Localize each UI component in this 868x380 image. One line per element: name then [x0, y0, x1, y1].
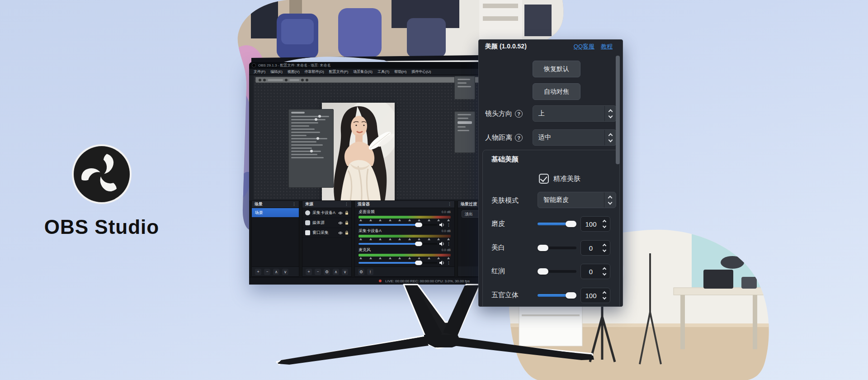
camera-direction-label: 镜头方向 ? — [485, 109, 523, 118]
facial-3d-slider[interactable] — [538, 294, 576, 297]
menu-edit[interactable]: 编辑(E) — [270, 69, 283, 74]
eye-icon[interactable] — [338, 221, 343, 225]
source-add-button[interactable]: ＋ — [306, 269, 312, 275]
source-item-window-capture[interactable]: 窗口采集 — [302, 228, 351, 238]
channel-more-icon[interactable]: ⋮ — [447, 242, 451, 246]
qq-support-link[interactable]: QQ客服 — [574, 43, 594, 51]
scene-remove-button[interactable]: － — [264, 269, 270, 275]
select-chevrons-icon[interactable] — [604, 130, 616, 145]
select-chevrons-icon[interactable] — [604, 192, 616, 208]
source-remove-button[interactable]: － — [315, 269, 321, 275]
person-distance-select[interactable]: 适中 — [533, 129, 617, 146]
autofocus-button[interactable]: 自动对焦 — [533, 83, 580, 100]
eye-icon[interactable] — [338, 211, 343, 215]
tutorial-link[interactable]: 教程 — [601, 43, 613, 51]
scenes-dock-menu-icon[interactable]: ⋮ — [292, 202, 296, 206]
captured-palette-bottom — [454, 111, 475, 153]
source-down-button[interactable]: ∨ — [342, 269, 348, 275]
beauty-panel-scrollbar[interactable] — [616, 56, 620, 164]
scenes-toolbar: ＋ － ∧ ∨ — [252, 266, 299, 276]
obs-logo-icon — [70, 142, 133, 206]
obs-logo-block: OBS Studio — [27, 142, 176, 238]
precise-skin-row[interactable]: 精准美肤 — [539, 174, 580, 184]
help-icon[interactable]: ? — [515, 110, 523, 118]
select-chevrons-icon[interactable] — [604, 106, 616, 121]
scene-down-button[interactable]: ∨ — [282, 269, 288, 275]
whitening-value: 0 — [581, 244, 601, 252]
channel-more-icon[interactable]: ⋮ — [447, 261, 451, 265]
facial-3d-label: 五官立体 — [491, 291, 519, 299]
speaker-icon[interactable] — [439, 223, 444, 227]
source-item-label: 媒体源 — [312, 220, 336, 226]
smoothing-value: 100 — [581, 220, 601, 228]
stepper-arrows-icon[interactable] — [601, 243, 610, 253]
menu-plugin-center[interactable]: 插件中心(U) — [411, 69, 431, 74]
lock-icon[interactable] — [345, 231, 349, 235]
scene-add-button[interactable]: ＋ — [255, 269, 261, 275]
source-item-media[interactable]: 媒体源 — [302, 218, 351, 228]
source-item-capture-device[interactable]: 采集卡设备A — [302, 208, 351, 218]
volume-slider[interactable] — [359, 224, 437, 226]
sources-dock-menu-icon[interactable]: ⋮ — [344, 202, 349, 206]
meter-ticks — [359, 257, 451, 260]
meter-ticks — [359, 238, 451, 241]
menu-docks[interactable]: 停靠部件(D) — [305, 69, 324, 74]
obs-app-icon — [252, 63, 256, 67]
speaker-icon[interactable] — [439, 261, 444, 265]
smoothing-stepper[interactable]: 100 — [580, 216, 610, 232]
source-up-button[interactable]: ∧ — [333, 269, 339, 275]
sources-dock-title: 来源 ⋮ — [302, 201, 351, 208]
beauty-panel-title: 美颜 (1.0.0.52) — [485, 43, 527, 51]
rosy-slider[interactable] — [538, 270, 576, 273]
rosy-value: 0 — [581, 268, 601, 276]
camera-direction-select[interactable]: 上 — [533, 105, 617, 122]
obs-logo-title: OBS Studio — [27, 216, 176, 238]
eye-icon[interactable] — [338, 231, 343, 235]
audio-meter — [359, 235, 451, 238]
stepper-arrows-icon[interactable] — [601, 266, 610, 276]
smoothing-slider[interactable] — [538, 223, 576, 225]
captured-settings-panel — [288, 109, 334, 188]
lock-icon[interactable] — [345, 211, 349, 215]
beauty-panel-header: 美颜 (1.0.0.52) QQ客服 教程 — [479, 40, 623, 53]
menu-help[interactable]: 帮助(H) — [394, 69, 406, 74]
help-icon[interactable]: ? — [515, 134, 523, 142]
menu-view[interactable]: 视图(V) — [288, 69, 300, 74]
whitening-stepper[interactable]: 0 — [580, 240, 610, 256]
volume-slider[interactable] — [359, 243, 437, 245]
mixer-settings-button[interactable]: ⚙ — [358, 269, 364, 275]
scene-item-selected[interactable]: 场景 — [252, 208, 299, 217]
page: OBS Studio OBS 29.1.3 - 配置文件: 未命名 - 场景: … — [0, 0, 868, 380]
restore-defaults-button[interactable]: 恢复默认 — [533, 61, 580, 77]
sources-dock: 来源 ⋮ 采集卡设备A 媒体源 — [302, 200, 352, 277]
menu-scene-collection[interactable]: 场景集合(S) — [353, 69, 373, 74]
scenes-dock: 场景 ⋮ 场景 ＋ － ∧ ∨ — [251, 200, 299, 277]
window-icon — [305, 230, 310, 235]
media-icon — [305, 220, 310, 225]
mixer-title-label: 混音器 — [358, 201, 370, 207]
menu-file[interactable]: 文件(F) — [254, 69, 265, 74]
lock-icon[interactable] — [345, 221, 349, 225]
skin-mode-select[interactable]: 智能磨皮 — [538, 192, 616, 208]
source-settings-button[interactable]: ⚙ — [324, 269, 330, 275]
scene-up-button[interactable]: ∧ — [273, 269, 279, 275]
whitening-slider[interactable] — [538, 247, 576, 249]
whitening-label: 美白 — [491, 243, 505, 252]
meter-ticks — [359, 219, 451, 222]
menu-profile[interactable]: 配置文件(P) — [329, 69, 349, 74]
speaker-icon[interactable] — [439, 242, 444, 246]
menu-tools[interactable]: 工具(T) — [377, 69, 389, 74]
channel-db: 0.0 dB — [442, 229, 451, 233]
channel-more-icon[interactable]: ⋮ — [447, 223, 451, 227]
stepper-arrows-icon[interactable] — [601, 290, 610, 300]
precise-skin-label: 精准美肤 — [553, 175, 580, 183]
stepper-arrows-icon[interactable] — [601, 219, 610, 229]
scene-item-label: 场景 — [255, 210, 263, 216]
mixer-alert-button[interactable]: ! — [367, 269, 373, 275]
mixer-channel-desktop-audio: 桌面音频 0.0 dB ⋮ — [355, 208, 454, 227]
volume-slider[interactable] — [359, 262, 437, 264]
facial-3d-stepper[interactable]: 100 — [580, 288, 610, 303]
precise-skin-checkbox[interactable] — [539, 174, 549, 184]
mixer-dock-menu-icon[interactable]: ⋮ — [448, 202, 452, 206]
rosy-stepper[interactable]: 0 — [580, 264, 610, 279]
